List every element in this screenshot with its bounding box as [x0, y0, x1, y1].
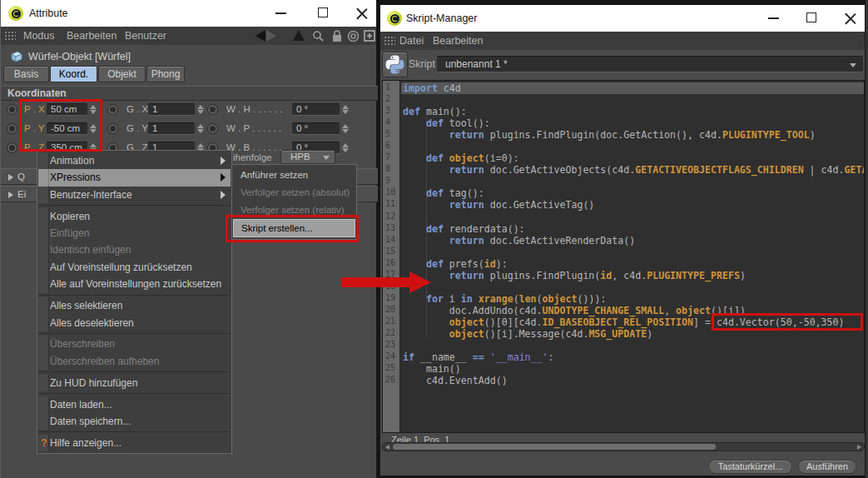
close-button[interactable] — [356, 7, 368, 19]
search-icon[interactable] — [312, 30, 325, 42]
tab-basis[interactable]: Basis — [3, 66, 49, 82]
stepper-wx[interactable] — [340, 103, 350, 116]
radio-px[interactable] — [7, 104, 17, 115]
minimize-button[interactable] — [275, 12, 286, 14]
context-menu-item-benutzer-interface[interactable]: Benutzer-Interface — [38, 187, 231, 203]
input-wy[interactable]: 0 ° — [292, 122, 340, 135]
line-number: 5 — [383, 129, 399, 141]
nav-forward-icon[interactable] — [266, 30, 276, 42]
context-menu-item-alles-deselektieren[interactable]: Alles deselektieren — [38, 315, 231, 331]
input-gy[interactable]: 1 — [148, 122, 195, 135]
record-target-icon[interactable] — [347, 30, 360, 42]
maximize-button[interactable] — [806, 12, 816, 22]
line-number: 25 — [383, 363, 399, 375]
input-wx[interactable]: 0 ° — [292, 103, 340, 116]
code-line-2 — [401, 94, 864, 106]
menu-bearbeiten[interactable]: Bearbeiten — [67, 30, 117, 42]
lock-icon[interactable] — [331, 29, 343, 42]
context-menu-item-daten-speichern-[interactable]: Daten speichern... — [38, 413, 231, 430]
code-line-13: def renderdata(): — [401, 223, 864, 235]
radio-wy[interactable] — [207, 123, 218, 134]
object-header: Würfel-Objekt [Würfel] — [28, 51, 131, 62]
code-line-18 — [401, 281, 864, 293]
label-wy: W . P . . . . . . — [226, 122, 281, 135]
stepper-wy[interactable] — [340, 122, 350, 135]
line-number: 23 — [383, 340, 399, 351]
radio-wx[interactable] — [207, 104, 218, 115]
label-gx: G . X — [126, 103, 148, 116]
expand-triangle-icon — [8, 192, 13, 198]
context-menu-item-xpressions[interactable]: XPressions — [38, 169, 231, 186]
menu-datei[interactable]: Datei — [399, 35, 424, 47]
line-number-gutter: 1234567891011121314151617181920212223242… — [383, 81, 400, 432]
context-menu: AnimationXPressionsBenutzer-InterfaceKop… — [37, 150, 232, 454]
tab-objekt[interactable]: Objekt — [98, 66, 146, 82]
scroll-right-icon[interactable] — [857, 445, 861, 450]
stepper-wz[interactable] — [340, 142, 350, 154]
submenu-item-anführer-setzen[interactable]: Anführer setzen — [233, 167, 355, 184]
window-title: Skript-Manager — [406, 12, 477, 24]
context-menu-item-alles-selektieren[interactable]: Alles selektieren — [38, 297, 231, 314]
context-menu-item-daten-laden-[interactable]: Daten laden... — [38, 396, 231, 413]
context-menu-item-hilfe-anzeigen-[interactable]: ?Hilfe anzeigen... — [38, 435, 231, 451]
c4d-app-icon — [8, 6, 23, 21]
menu-bearbeiten[interactable]: Bearbeiten — [433, 35, 483, 47]
tab-koord[interactable]: Koord. — [50, 66, 97, 82]
context-menu-item-kopieren[interactable]: Kopieren — [38, 208, 231, 225]
scroll-left-icon[interactable] — [385, 445, 389, 450]
submenu-arrow-icon — [221, 191, 226, 199]
hpb-dropdown[interactable]: HPB — [280, 150, 335, 164]
attribute-menubar: Modus Bearbeiten Benutzer — [1, 27, 376, 45]
code-line-24: if __name__ == '__main__': — [401, 351, 864, 363]
code-line-15 — [401, 246, 864, 258]
tab-phong[interactable]: Phong — [146, 66, 185, 82]
python-script-button[interactable] — [382, 52, 408, 77]
context-menu-item-animation[interactable]: Animation — [38, 152, 231, 169]
stepper-gx[interactable] — [196, 103, 206, 116]
context-menu-item-alle-auf-voreinstellungen-zurücksetzen[interactable]: Alle auf Voreinstellungen zurücksetzen — [38, 276, 231, 292]
radio-gx[interactable] — [107, 104, 118, 115]
input-gx[interactable]: 1 — [148, 103, 195, 116]
ausfuehren-button[interactable]: Ausführen — [798, 460, 856, 474]
maximize-button[interactable] — [318, 7, 328, 17]
radio-py[interactable] — [7, 123, 17, 134]
skript-manager-window: Skript-Manager Datei Bearbeiten Skript u… — [379, 4, 866, 476]
radio-pz[interactable] — [7, 142, 17, 153]
context-menu-item-identisch-einfügen: Identisch einfügen — [38, 241, 231, 258]
code-line-8: return doc.GetActiveObjects(c4d.GETACTIV… — [401, 164, 864, 176]
context-menu-item-auf-voreinstellung-zurücksetzen[interactable]: Auf Voreinstellung zurücksetzen — [38, 259, 231, 276]
radio-gy[interactable] — [107, 123, 118, 134]
frame-plus-icon[interactable] — [364, 30, 376, 42]
minimize-button[interactable] — [768, 17, 779, 19]
line-number: 12 — [383, 212, 399, 223]
close-button[interactable] — [845, 12, 856, 24]
script-name-dropdown[interactable]: unbenannt 1 * — [437, 56, 863, 72]
line-number: 2 — [383, 94, 399, 106]
label-wx: W . H . . . . . . — [226, 103, 282, 116]
code-line-11: return doc.GetActiveTag() — [401, 199, 864, 211]
context-menu-item-überschreiben-aufheben: Überschreiben aufheben — [38, 353, 231, 370]
grip-icon[interactable] — [4, 31, 16, 41]
context-menu-item-zu-hud-hinzufügen[interactable]: Zu HUD hinzufügen — [38, 375, 231, 391]
nav-back-icon[interactable] — [255, 30, 265, 42]
grip-icon[interactable] — [384, 36, 395, 46]
arrow-up-icon[interactable] — [293, 30, 305, 41]
menu-benutzer[interactable]: Benutzer — [125, 30, 166, 42]
stepper-gy[interactable] — [196, 122, 206, 135]
line-number: 8 — [383, 164, 399, 176]
menu-modus[interactable]: Modus — [23, 30, 55, 42]
code-line-19: for i in xrange(len(object())): — [401, 293, 864, 305]
chevron-down-icon — [323, 156, 330, 160]
scrollbar-thumb[interactable] — [393, 444, 716, 450]
code-area[interactable]: import c4ddef main(): def tool(): return… — [401, 81, 864, 432]
annotation-box-c4d-vector — [712, 313, 863, 331]
skript-titlebar: Skript-Manager — [380, 5, 865, 32]
line-number: 14 — [383, 235, 399, 246]
reihenfolge-label-fragment: ihenfolge — [233, 152, 272, 164]
horizontal-scrollbar[interactable] — [382, 442, 865, 451]
line-number: 15 — [383, 246, 399, 258]
line-number: 1 — [383, 82, 399, 94]
line-number: 4 — [383, 117, 399, 129]
tastaturkuerzel-button[interactable]: Tastaturkürzel... — [708, 460, 792, 474]
code-editor[interactable]: 1234567891011121314151617181920212223242… — [382, 80, 865, 433]
